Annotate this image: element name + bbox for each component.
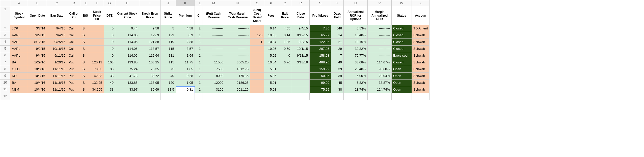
cell-A10[interactable]: BA [10, 80, 28, 86]
cell-P10[interactable]: 5.01 [264, 80, 278, 86]
cell-L11[interactable]: 1 [195, 86, 202, 93]
cell-P9[interactable]: 5.05 [264, 73, 278, 80]
cell-G7[interactable]: 103 [104, 59, 115, 66]
cell-L6[interactable]: 1 [195, 52, 202, 59]
cell-F5[interactable] [90, 46, 104, 52]
cell-V9[interactable]: 28.04% [368, 73, 392, 80]
cell-I5[interactable]: 118.57 [139, 46, 161, 52]
cell-D2[interactable]: Call [67, 25, 81, 32]
cell-N6[interactable]: ---------- [225, 52, 250, 59]
cell-V5[interactable]: ---------- [368, 46, 392, 52]
cell-H9[interactable]: 41.73 [115, 73, 139, 80]
cell-K7[interactable]: 11.75 [176, 59, 195, 66]
select-all-corner[interactable] [0, 0, 10, 6]
cell-B10[interactable]: 10/4/16 [28, 80, 47, 86]
col-header-J[interactable]: J [161, 0, 176, 6]
cell-S5[interactable]: 287.95 [310, 46, 331, 52]
cell-C12[interactable] [47, 93, 67, 100]
cell-J8[interactable]: 75 [161, 66, 176, 73]
cell-W6[interactable]: Exercised [392, 52, 412, 59]
cell-A4[interactable]: AAPL [10, 39, 28, 46]
cell-X6[interactable]: Schwab [412, 52, 430, 59]
cell-E5[interactable]: S [81, 46, 90, 52]
cell-R7[interactable]: 3/18/16 [292, 59, 310, 66]
spreadsheet-grid[interactable]: ABCDEFGHIJKLMNOPQRSTUVWX1Stock SymbolOpe… [0, 0, 430, 100]
cell-M12[interactable] [202, 93, 225, 100]
cell-L4[interactable]: 1 [195, 39, 202, 46]
cell-B8[interactable]: 10/3/16 [28, 66, 47, 73]
cell-O9[interactable] [250, 73, 264, 80]
cell-I10[interactable]: 118.95 [139, 80, 161, 86]
cell-N9[interactable]: 1751.5 [225, 73, 250, 80]
col-header-U[interactable]: U [344, 0, 368, 6]
cell-T11[interactable]: 38 [331, 86, 344, 93]
cell-G12[interactable] [104, 93, 115, 100]
cell-V10[interactable]: 38.87% [368, 80, 392, 86]
cell-B3[interactable]: 7/29/15 [28, 32, 47, 39]
cell-B2[interactable]: 3/7/14 [28, 25, 47, 32]
cell-G2[interactable]: 0 [104, 25, 115, 32]
cell-D8[interactable]: Put [67, 66, 81, 73]
cell-F11[interactable]: 34.265 [90, 86, 104, 93]
cell-P12[interactable] [264, 93, 278, 100]
cell-V4[interactable]: ---------- [368, 39, 392, 46]
cell-N10[interactable]: 2186.25 [225, 80, 250, 86]
row-header-4[interactable]: 4 [0, 39, 10, 46]
cell-W10[interactable]: Open [392, 80, 412, 86]
cell-H11[interactable]: 33.97 [115, 86, 139, 93]
cell-W5[interactable]: Closed [392, 46, 412, 52]
cell-W8[interactable]: Open [392, 66, 412, 73]
cell-T7[interactable]: 49 [331, 59, 344, 66]
cell-C8[interactable]: 11/11/16 [47, 66, 67, 73]
cell-M7[interactable]: 11500 [202, 59, 225, 66]
cell-V7[interactable]: 114.67% [368, 59, 392, 66]
cell-X10[interactable]: Schwab [412, 80, 430, 86]
cell-A9[interactable]: KO [10, 73, 28, 80]
cell-Q6[interactable]: 0 [278, 52, 292, 59]
cell-X11[interactable]: Schwab [412, 86, 430, 93]
cell-U8[interactable]: 20.40% [344, 66, 368, 73]
col-header-G[interactable]: G [104, 0, 115, 6]
cell-T3[interactable]: 14 [331, 32, 344, 39]
cell-A2[interactable]: JCP [10, 25, 28, 32]
cell-H8[interactable]: 75.24 [115, 66, 139, 73]
cell-T4[interactable]: 21 [331, 39, 344, 46]
cell-H10[interactable]: 133.85 [115, 80, 139, 86]
cell-F4[interactable] [90, 39, 104, 46]
col-header-O[interactable]: O [250, 0, 264, 6]
cell-U9[interactable]: 6.00% [344, 73, 368, 80]
col-header-Q[interactable]: Q [278, 0, 292, 6]
cell-F9[interactable]: 42.03 [90, 73, 104, 80]
cell-Q12[interactable] [278, 93, 292, 100]
cell-W9[interactable]: Open [392, 73, 412, 80]
col-header-A[interactable]: A [10, 0, 28, 6]
cell-H3[interactable]: 114.06 [115, 32, 139, 39]
cell-O11[interactable] [250, 86, 264, 93]
cell-F8[interactable]: 78.03 [90, 66, 104, 73]
cell-I11[interactable]: 30.69 [139, 86, 161, 93]
cell-C9[interactable]: 11/11/16 [47, 73, 67, 80]
cell-K12[interactable] [176, 93, 195, 100]
row-header-6[interactable]: 6 [0, 52, 10, 59]
row-header-12[interactable]: 12 [0, 93, 10, 100]
cell-R4[interactable]: 9/2/15 [292, 39, 310, 46]
cell-I2[interactable]: 9.58 [139, 25, 161, 32]
cell-Q8[interactable] [278, 66, 292, 73]
cell-J5[interactable]: 115 [161, 46, 176, 52]
cell-U3[interactable]: 13.40% [344, 32, 368, 39]
cell-N7[interactable]: 3665.25 [225, 59, 250, 66]
cell-S12[interactable] [310, 93, 331, 100]
cell-X9[interactable]: Schwab [412, 73, 430, 80]
cell-T2[interactable]: 546 [331, 25, 344, 32]
cell-U12[interactable] [344, 93, 368, 100]
cell-X3[interactable]: Schwab [412, 32, 430, 39]
cell-U5[interactable]: 32.32% [344, 46, 368, 52]
cell-R11[interactable] [292, 86, 310, 93]
cell-P4[interactable]: 10.04 [264, 39, 278, 46]
col-header-I[interactable]: I [139, 0, 161, 6]
cell-V11[interactable]: 124.74% [368, 86, 392, 93]
row-header-9[interactable]: 9 [0, 73, 10, 80]
cell-N12[interactable] [225, 93, 250, 100]
cell-I6[interactable]: 112.64 [139, 52, 161, 59]
cell-I12[interactable] [139, 93, 161, 100]
